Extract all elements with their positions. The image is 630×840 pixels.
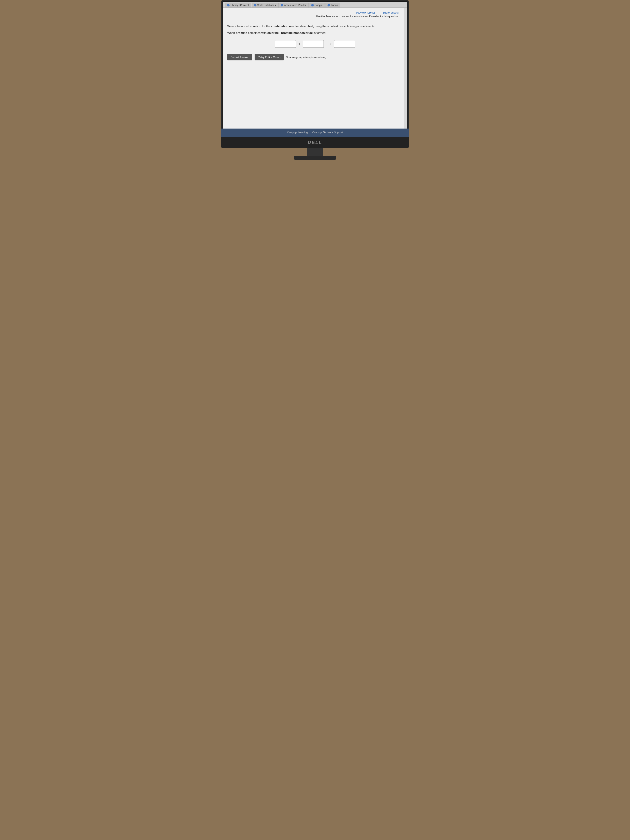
question-section: Write a balanced equation for the combin… xyxy=(227,22,403,63)
submit-answer-button[interactable]: Submit Answer xyxy=(227,54,252,60)
cengage-learning-link[interactable]: Cengage Learning xyxy=(287,131,308,134)
footer-links: Cengage Learning | Cengage Technical Sup… xyxy=(287,131,343,134)
monitor-chin: DELL xyxy=(221,137,409,148)
bromine-text: bromine xyxy=(235,31,247,35)
attempts-remaining-text: 9 more group attempts remaining xyxy=(286,55,326,59)
bold-combination: combination xyxy=(271,25,288,28)
arrow-symbol: ⟶ xyxy=(326,42,332,46)
references-note: Use the References to access important v… xyxy=(227,15,403,18)
question-text: When bromine combines with chlorine , br… xyxy=(227,31,403,35)
equation-row: + ⟶ xyxy=(227,40,403,48)
button-row: Submit Answer Retry Entire Group 9 more … xyxy=(227,54,403,60)
references-link[interactable]: [References] xyxy=(383,11,398,14)
monitor-base xyxy=(294,156,336,160)
footer-separator: | xyxy=(309,131,310,134)
question-instruction: Write a balanced equation for the combin… xyxy=(227,24,403,28)
globe-icon-2 xyxy=(254,4,256,6)
monitor-stand xyxy=(307,148,323,156)
globe-icon-5 xyxy=(327,4,330,6)
browser-tab-bar: Library eContent State Databases Acceler… xyxy=(223,2,407,8)
globe-icon-3 xyxy=(281,4,283,6)
tab-library-econtent[interactable]: Library eContent xyxy=(225,3,251,8)
retry-entire-group-button[interactable]: Retry Entire Group xyxy=(254,54,284,60)
product-text: bromine monochloride xyxy=(281,31,313,35)
reactant2-input[interactable] xyxy=(303,40,324,48)
review-topics-link[interactable]: [Review Topics] xyxy=(356,11,375,14)
scrollbar[interactable] xyxy=(404,8,407,128)
tab-accelerated-reader[interactable]: Accelerated Reader xyxy=(278,3,308,8)
chlorine-text: chlorine xyxy=(267,31,278,35)
globe-icon xyxy=(227,4,230,6)
dell-logo: DELL xyxy=(308,140,322,145)
top-links-area: [Review Topics] [References] xyxy=(227,11,403,14)
plus-symbol: + xyxy=(298,42,301,46)
reactant1-input[interactable] xyxy=(275,40,296,48)
tab-google[interactable]: Google xyxy=(309,3,325,8)
globe-icon-4 xyxy=(311,4,314,6)
monitor-bezel: Cengage Learning | Cengage Technical Sup… xyxy=(221,128,409,137)
product-input[interactable] xyxy=(334,40,355,48)
page-content: [Review Topics] [References] Use the Ref… xyxy=(223,8,407,128)
tab-yahoo[interactable]: Yahoo xyxy=(325,3,340,8)
technical-support-link[interactable]: Cengage Technical Support xyxy=(312,131,343,134)
tab-state-databases[interactable]: State Databases xyxy=(252,3,278,8)
